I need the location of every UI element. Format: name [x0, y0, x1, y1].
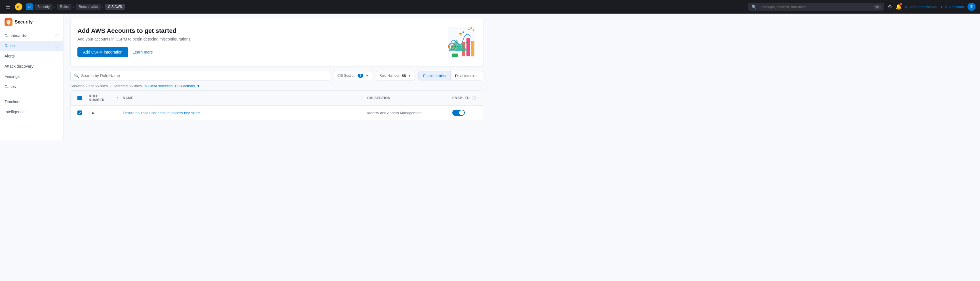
bulk-actions-chevron-icon: ▼: [197, 84, 200, 88]
rule-search-wrap[interactable]: 🔍: [70, 71, 330, 81]
table-info-row: Showing 25 of 55 rules | Selected 55 rul…: [64, 84, 490, 88]
aws-banner-illustration: [419, 25, 476, 59]
th-rule-number[interactable]: Rule Number ↑: [86, 90, 121, 105]
svg-rect-5: [471, 41, 474, 56]
th-enabled-label: Enabled: [452, 96, 469, 100]
elastic-logo[interactable]: e: [15, 3, 23, 11]
row-1-enabled-cell: [450, 106, 478, 120]
sidebar-timelines-label: Timelines: [5, 99, 59, 104]
sidebar-rules-label: Rules: [5, 44, 55, 48]
cis-section-chevron-icon: ▼: [366, 74, 369, 77]
th-checkbox: [75, 92, 86, 104]
svg-rect-4: [466, 38, 470, 56]
header-checkbox[interactable]: [77, 96, 82, 100]
row-1-rule-number: 1.4: [86, 107, 121, 119]
svg-rect-10: [452, 54, 458, 57]
sidebar-item-cases[interactable]: Cases: [0, 82, 63, 92]
rules-table: Rule Number ↑ Name CIS Section Enabled i: [70, 90, 483, 120]
sidebar-item-timelines[interactable]: Timelines: [0, 97, 63, 107]
sidebar-item-alerts[interactable]: Alerts: [0, 51, 63, 61]
breadcrumb: D Security › Rules › Benchmarks › CIS AW…: [26, 3, 490, 10]
cis-section-filter[interactable]: CIS Section 7 ▼: [334, 71, 372, 80]
table-row: 1.4 Ensure no 'root' user account access…: [71, 106, 483, 120]
svg-text:e: e: [17, 5, 19, 9]
svg-point-12: [471, 27, 472, 29]
svg-point-11: [468, 29, 470, 30]
checkbox-check-icon: [78, 97, 81, 99]
sidebar-findings-label: Findings: [5, 74, 59, 79]
th-name: Name: [121, 93, 365, 103]
selected-text: Selected 55 rules: [113, 84, 142, 88]
clear-selection-label: Clear selection: [148, 84, 173, 88]
sort-asc-icon: ↑: [116, 96, 118, 100]
sidebar-rules-icon: ⊞: [55, 44, 59, 48]
cis-section-count-badge: 7: [358, 74, 363, 78]
row-1-enabled-toggle[interactable]: [452, 110, 465, 116]
aws-banner-title: Add AWS Accounts to get started: [77, 27, 190, 35]
rule-search-input[interactable]: [81, 73, 327, 78]
sidebar-item-dashboards[interactable]: Dashboards ⊞: [0, 30, 63, 41]
main-layout: Security Dashboards ⊞ Rules ⊞ Alerts Att…: [0, 0, 490, 141]
breadcrumb-sep-3: ›: [102, 5, 103, 9]
rule-number-filter[interactable]: Rule Number 55 ▼: [376, 71, 415, 81]
security-logo-icon: [5, 18, 13, 26]
svg-point-7: [463, 32, 464, 33]
breadcrumb-sep-1: ›: [54, 5, 55, 9]
aws-banner: Add AWS Accounts to get started Add your…: [70, 18, 483, 66]
table-header: Rule Number ↑ Name CIS Section Enabled i: [71, 90, 483, 106]
breadcrumb-rules[interactable]: Rules: [57, 4, 72, 10]
checkbox-check-icon: [78, 111, 81, 114]
svg-rect-2: [448, 27, 475, 58]
enabled-disabled-toggle: Enabled rules Disabled rules: [418, 71, 483, 81]
th-cis-section-label: CIS Section: [367, 96, 390, 100]
svg-rect-14: [78, 98, 81, 98]
row-checkbox-cell: [75, 106, 86, 119]
sidebar-logo-row: Security: [0, 14, 63, 28]
breadcrumb-cis-aws[interactable]: CIS AWS: [105, 4, 125, 10]
elastic-logo-icon: e: [15, 3, 23, 11]
row-1-name[interactable]: Ensure no 'root' user account access key…: [121, 107, 365, 119]
disabled-rules-button[interactable]: Disabled rules: [450, 71, 483, 80]
aws-banner-content: Add AWS Accounts to get started Add your…: [77, 27, 190, 57]
learn-more-button[interactable]: Learn more: [133, 50, 153, 54]
main-content: Add AWS Accounts to get started Add your…: [64, 14, 490, 141]
row-1-checkbox[interactable]: [77, 111, 82, 115]
sidebar-dashboards-label: Dashboards: [5, 33, 55, 38]
clear-selection-button[interactable]: ✕ Clear selection: [144, 84, 173, 88]
filter-bar: 🔍 CIS Section 7 ▼ Rule Number 55 ▼ Enabl…: [64, 71, 490, 81]
th-rule-number-label: Rule Number: [89, 94, 115, 102]
sidebar-cases-label: Cases: [5, 84, 59, 89]
aws-banner-actions: Add CSPM integration Learn more: [77, 47, 190, 57]
sidebar-nav: Dashboards ⊞ Rules ⊞ Alerts Attack disco…: [0, 28, 63, 119]
showing-text: Showing 25 of 55 rules: [70, 84, 108, 88]
aws-banner-subtitle: Add your accounts in CSPM to begin detec…: [77, 37, 190, 41]
rule-number-filter-label: Rule Number: [379, 74, 399, 78]
sidebar-title: Security: [15, 19, 33, 25]
th-name-label: Name: [123, 96, 133, 100]
top-navigation: ☰ e D Security › Rules › Benchmarks › CI…: [0, 0, 490, 14]
breadcrumb-security[interactable]: Security: [35, 4, 52, 10]
shield-icon: [6, 19, 11, 25]
rule-number-count: 55: [402, 74, 406, 78]
cis-section-filter-label: CIS Section: [337, 74, 355, 78]
th-enabled: Enabled i: [450, 93, 478, 103]
sidebar-item-rules[interactable]: Rules ⊞: [0, 41, 63, 51]
sidebar: Security Dashboards ⊞ Rules ⊞ Alerts Att…: [0, 14, 64, 141]
sidebar-item-findings[interactable]: Findings: [0, 71, 63, 82]
sidebar-intelligence-label: Intelligence: [5, 110, 59, 114]
close-icon: ✕: [144, 84, 147, 88]
svg-point-6: [460, 33, 461, 35]
svg-point-13: [473, 29, 474, 31]
sidebar-alerts-label: Alerts: [5, 54, 59, 58]
sidebar-item-intelligence[interactable]: Intelligence: [0, 107, 63, 117]
breadcrumb-d-avatar: D: [26, 3, 33, 10]
bulk-actions-button[interactable]: Bulk actions ▼: [175, 84, 200, 88]
sidebar-item-attack-discovery[interactable]: Attack discovery: [0, 61, 63, 71]
breadcrumb-benchmarks[interactable]: Benchmarks: [76, 4, 101, 10]
enabled-info-icon[interactable]: i: [472, 96, 476, 100]
add-cspm-integration-button[interactable]: Add CSPM integration: [77, 47, 128, 57]
table-info-separator: |: [110, 84, 111, 88]
sidebar-attack-discovery-label: Attack discovery: [5, 64, 59, 68]
enabled-rules-button[interactable]: Enabled rules: [418, 71, 450, 80]
hamburger-button[interactable]: ☰: [5, 3, 11, 11]
